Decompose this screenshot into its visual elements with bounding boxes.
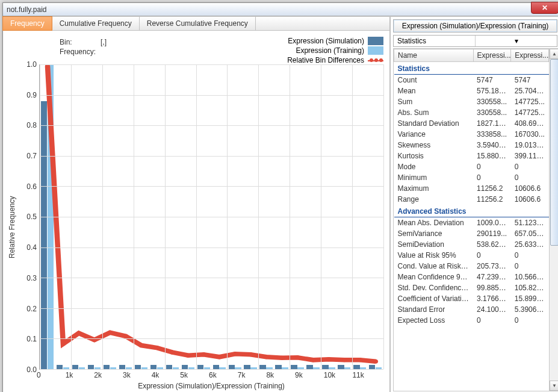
svg-point-19: [342, 358, 347, 362]
expression-toggle-button[interactable]: Expression (Simulation)/Expression (Trai…: [393, 19, 557, 33]
cell: Value at Risk 95%: [394, 250, 474, 261]
table-row[interactable]: SemiVariance290119...657.059...: [394, 228, 549, 239]
cell: 24.1003...: [473, 304, 511, 315]
cell: 0: [511, 261, 549, 272]
legend-trn-swatch: [368, 46, 383, 55]
table-row[interactable]: Mean575.185...25.7048...: [394, 86, 549, 96]
tab-cumulative[interactable]: Cumulative Frequency: [52, 17, 140, 30]
scroll-down-icon[interactable]: ▼: [550, 381, 558, 391]
cell: 0: [473, 161, 511, 172]
cell: 105.820...: [511, 282, 549, 293]
scroll-up-icon[interactable]: ▲: [550, 49, 558, 59]
table-row[interactable]: Coefficient of Variation3.17668...15.899…: [394, 293, 549, 304]
cell: Sum: [394, 96, 474, 107]
stats-dropdown-label: Statistics: [394, 36, 475, 46]
svg-point-15: [279, 356, 284, 360]
tab-frequency[interactable]: Frequency: [2, 16, 52, 31]
table-row[interactable]: Mean Abs. Deviation1009.05...51.1233...: [394, 217, 549, 229]
right-panel: Expression (Simulation)/Expression (Trai…: [390, 17, 558, 392]
cell: 5747: [511, 75, 549, 86]
legend-trn-label: Expression (Training): [296, 46, 364, 55]
cell: 399.117...: [511, 151, 549, 161]
tab-reverse-cumulative[interactable]: Reverse Cumulative Frequency: [140, 17, 256, 30]
cell: 0: [473, 250, 511, 261]
table-row[interactable]: Count57475747: [394, 75, 549, 86]
cell: 3.59403...: [473, 140, 511, 151]
svg-point-10: [202, 352, 206, 356]
x-tick: 2k: [94, 371, 123, 379]
x-tick: 9k: [295, 371, 324, 379]
table-row[interactable]: SemiDeviation538.627...25.6331...: [394, 239, 549, 250]
cell: 290119...: [473, 228, 511, 239]
cell: 333858...: [473, 129, 511, 140]
legend: Expression (Simulation) Expression (Trai…: [287, 37, 383, 66]
table-row[interactable]: Mean Confidence 95%47.2398...10.5663...: [394, 272, 549, 282]
table-row[interactable]: Value at Risk 95%00: [394, 250, 549, 261]
svg-point-2: [76, 331, 81, 335]
cell: Maximum: [394, 183, 474, 194]
cell: 147725...: [511, 96, 549, 107]
svg-point-1: [61, 341, 66, 346]
plot-grid[interactable]: [39, 64, 383, 370]
bin-value: [,]: [101, 38, 110, 46]
x-tick: 0: [37, 371, 66, 379]
x-axis-label: Expression (Simulation)/Expression (Trai…: [17, 379, 383, 390]
x-tick: 6k: [209, 371, 238, 379]
svg-point-5: [123, 334, 128, 338]
chevron-down-icon: ▾: [475, 36, 557, 46]
col-expr-trn[interactable]: Expressi...: [511, 49, 549, 62]
table-row[interactable]: Mode00: [394, 161, 549, 172]
cell: 330558...: [473, 107, 511, 118]
window-title: not.fully.paid: [5, 5, 557, 14]
table-row[interactable]: Kurtosis15.8801...399.117...: [394, 151, 549, 161]
cell: 25.7048...: [511, 86, 549, 96]
col-expr-sim[interactable]: Expressi...: [473, 49, 511, 62]
x-tick: 4k: [152, 371, 181, 379]
cell: 47.2398...: [473, 272, 511, 282]
stats-dropdown[interactable]: Statistics ▾: [393, 35, 557, 47]
scrollbar[interactable]: ▲ ▼: [549, 49, 558, 391]
cell: 205.738...: [473, 261, 511, 272]
scroll-thumb[interactable]: [550, 59, 558, 246]
cell: Mean: [394, 86, 474, 96]
cell: 1009.05...: [473, 217, 511, 229]
table-row[interactable]: Standard Error24.1003...5.39062...: [394, 304, 549, 315]
cell: 0: [511, 172, 549, 183]
cell: 0: [473, 172, 511, 183]
table-row[interactable]: Abs. Sum330558...147725...: [394, 107, 549, 118]
cell: 11256.2: [473, 194, 511, 205]
scroll-track[interactable]: [550, 59, 558, 381]
cell: 99.8854...: [473, 282, 511, 293]
cell: 0: [511, 315, 549, 326]
cell: Count: [394, 75, 474, 86]
legend-diff-label: Relative Bin Differences: [287, 56, 364, 64]
table-row[interactable]: Standard Deviation1827.17...408.693...: [394, 118, 549, 129]
table-row[interactable]: Skewness3.59403...19.0136...: [394, 140, 549, 151]
chart-region: Bin:[,] Frequency: Expression (Simulatio…: [3, 31, 389, 392]
svg-point-7: [155, 346, 160, 350]
table-row[interactable]: Range11256.210606.6: [394, 194, 549, 205]
col-name[interactable]: Name: [394, 49, 474, 62]
close-button[interactable]: ✕: [531, 2, 558, 14]
close-icon: ✕: [542, 4, 548, 12]
table-row[interactable]: Std. Dev. Confidence...99.8854...105.820…: [394, 282, 549, 293]
table-row[interactable]: Minimum00: [394, 172, 549, 183]
cell: Coefficient of Variation: [394, 293, 474, 304]
titlebar[interactable]: not.fully.paid ✕: [3, 3, 558, 16]
cell: 5.39062...: [511, 304, 549, 315]
window-body: Frequency Cumulative Frequency Reverse C…: [3, 16, 558, 392]
table-row[interactable]: Expected Loss00: [394, 315, 549, 326]
cell: Cond. Value at Risk 9...: [394, 261, 474, 272]
section-header: Statistics: [394, 62, 549, 75]
x-tick: 1k: [66, 371, 95, 379]
svg-point-20: [358, 358, 362, 362]
cell: 11256.2: [473, 183, 511, 194]
svg-point-11: [217, 355, 222, 359]
section-header: Advanced Statistics: [394, 205, 549, 217]
table-row[interactable]: Sum330558...147725...: [394, 96, 549, 107]
cell: Std. Dev. Confidence...: [394, 282, 474, 293]
table-row[interactable]: Maximum11256.210606.6: [394, 183, 549, 194]
table-row[interactable]: Variance333858...167030...: [394, 129, 549, 140]
table-row[interactable]: Cond. Value at Risk 9...205.738...0: [394, 261, 549, 272]
cell: 10.5663...: [511, 272, 549, 282]
